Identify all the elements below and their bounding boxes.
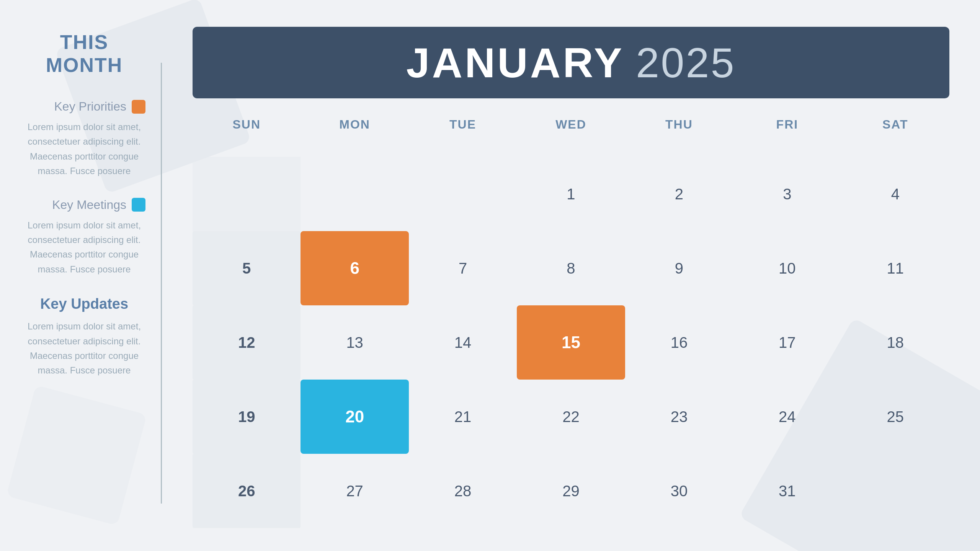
day-header-thu: THU [625, 110, 733, 157]
priorities-swatch [132, 100, 145, 114]
table-row: 25 [841, 380, 949, 454]
table-row: 5 [193, 231, 301, 305]
priorities-header: Key Priorities [23, 99, 145, 114]
priorities-text: Lorem ipsum dolor sit amet, consectetuer… [23, 120, 145, 179]
table-row: 8 [517, 231, 625, 305]
table-row: 6 [301, 231, 408, 305]
day-header-tue: TUE [409, 110, 517, 157]
table-row: 27 [301, 454, 408, 528]
table-row: 19 [193, 380, 301, 454]
table-row: 23 [625, 380, 733, 454]
table-row: 24 [733, 380, 841, 454]
sidebar: THIS MONTH Key Priorities Lorem ipsum do… [0, 0, 161, 551]
table-row: 21 [409, 380, 517, 454]
calendar-header: JANUARY 2025 [193, 27, 949, 98]
page-container: THIS MONTH Key Priorities Lorem ipsum do… [0, 0, 980, 551]
day-header-wed: WED [517, 110, 625, 157]
meetings-header: Key Meetings [23, 198, 145, 212]
day-header-mon: MON [301, 110, 408, 157]
table-row: 22 [517, 380, 625, 454]
table-row: 30 [625, 454, 733, 528]
sidebar-title: THIS MONTH [23, 31, 145, 77]
day-header-sun: SUN [193, 110, 301, 157]
table-row: 4 [841, 157, 949, 231]
table-row [841, 454, 949, 528]
table-row: 2 [625, 157, 733, 231]
updates-title: Key Updates [23, 296, 145, 312]
table-row: 15 [517, 305, 625, 380]
meetings-text: Lorem ipsum dolor sit amet, consectetuer… [23, 218, 145, 277]
table-row: 7 [409, 231, 517, 305]
table-row: 11 [841, 231, 949, 305]
table-row: 20 [301, 380, 408, 454]
table-row [301, 157, 408, 231]
table-row: 3 [733, 157, 841, 231]
table-row: 10 [733, 231, 841, 305]
table-row: 29 [517, 454, 625, 528]
calendar-month: JANUARY [406, 38, 624, 87]
table-row: 28 [409, 454, 517, 528]
main-content: JANUARY 2025 SUN MON TUE WED THU FRI SAT… [162, 0, 980, 551]
table-row [409, 157, 517, 231]
table-row: 1 [517, 157, 625, 231]
table-row: 12 [193, 305, 301, 380]
meetings-swatch [132, 198, 145, 212]
table-row: 17 [733, 305, 841, 380]
table-row: 9 [625, 231, 733, 305]
meetings-label: Key Meetings [52, 198, 126, 212]
priorities-label: Key Priorities [54, 99, 127, 114]
table-row: 14 [409, 305, 517, 380]
meetings-section: Key Meetings Lorem ipsum dolor sit amet,… [23, 198, 145, 277]
table-row: 26 [193, 454, 301, 528]
updates-text: Lorem ipsum dolor sit amet, consectetuer… [23, 319, 145, 378]
table-row: 31 [733, 454, 841, 528]
calendar-grid: SUN MON TUE WED THU FRI SAT 123456789101… [193, 110, 949, 528]
table-row: 18 [841, 305, 949, 380]
table-row: 13 [301, 305, 408, 380]
updates-section: Key Updates Lorem ipsum dolor sit amet, … [23, 296, 145, 378]
table-row: 16 [625, 305, 733, 380]
priorities-section: Key Priorities Lorem ipsum dolor sit ame… [23, 99, 145, 179]
calendar-year: 2025 [636, 38, 736, 87]
day-header-fri: FRI [733, 110, 841, 157]
table-row [193, 157, 301, 231]
day-header-sat: SAT [841, 110, 949, 157]
